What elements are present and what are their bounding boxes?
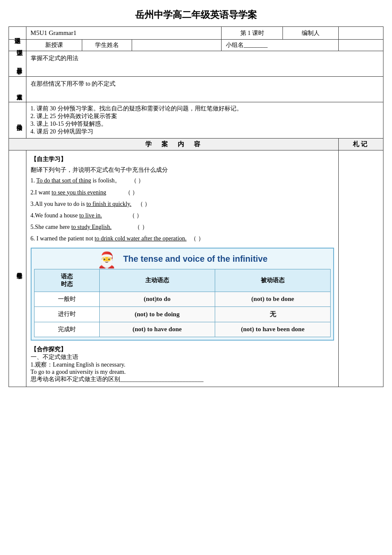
coop-item-1: To go to a good university is my dream.: [31, 369, 334, 376]
s1-after: is foolish。: [92, 177, 121, 184]
objectives-label: 学习目标: [9, 51, 26, 77]
content-header: 学 案 内 容: [9, 139, 339, 150]
s6-underline: to drink cold water after the operation.: [95, 235, 187, 242]
methods-label: 学法指导: [9, 102, 26, 139]
row-progressive: 进行时 (not) to be doing 无: [34, 306, 331, 322]
coop-item-2: 思考动名词和不定式做主语的区别_________________________…: [31, 376, 334, 383]
editor-label: 编制人: [283, 27, 339, 40]
sentence-4: 4.We found a house to live in. （ ）: [31, 210, 334, 221]
s4-num: 4.We found a house: [31, 212, 79, 219]
cooperative-section: 【合作探究】 一、不定式做主语 1.观察：Learning English is…: [31, 346, 334, 383]
s2-paren: （ ）: [125, 189, 138, 196]
course-label: 课题: [9, 27, 26, 40]
s5-underline: to study English.: [71, 224, 112, 230]
method-2: 2. 课上 25 分钟高效讨论展示答案: [31, 113, 379, 120]
coop-item-0: 1.观察：Learning English is necessary.: [31, 361, 334, 369]
type-value: 新授课: [26, 40, 82, 51]
s3-underline: to finish it quickly.: [86, 201, 132, 207]
s6-num: 6. I warned the patient not: [31, 235, 95, 242]
student-name-value: [132, 40, 222, 51]
keypoints-content: 在那些情况下用不带 to 的不定式: [26, 77, 383, 102]
sentence-2: 2.I want to see you this evening （ ）: [31, 187, 334, 198]
s2-num: 2.I want: [31, 189, 52, 196]
row-progressive-label: 进行时: [34, 306, 99, 322]
s3-paren: （ ）: [137, 201, 151, 207]
col-header-shitai: 语态 时态: [34, 269, 99, 292]
page-title: 岳州中学高二年级英语导学案: [9, 9, 383, 21]
row-perfect-label: 完成时: [34, 322, 99, 337]
group-label: 小组名________: [222, 40, 339, 51]
method-4: 4. 课后 20 分钟巩固学习: [31, 128, 379, 136]
editor-value: [339, 27, 383, 40]
methods-row: 学法指导 1. 课前 30 分钟预习学案。找出自己的疑惑和需要讨论的问题，用红笔…: [9, 102, 383, 139]
row-perfect-passive: (not) to have been done: [215, 322, 330, 337]
objectives-content: 掌握不定式的用法: [26, 51, 383, 77]
course-code: M5U1 Grammar1: [26, 27, 221, 40]
method-1: 1. 课前 30 分钟预习学案。找出自己的疑惑和需要讨论的问题，用红笔做好标记。: [31, 105, 379, 113]
type-row: 课型 新授课 学生姓名 小组名________: [9, 40, 383, 51]
infinitive-table: 语态 时态 主动语态 被动语态 一般时 (not)to do (not) to …: [34, 269, 331, 337]
content-header-row: 学 案 内 容 札记: [9, 139, 383, 150]
main-content-row: 导学过程 【自主学习】 翻译下列句子，并说明不定式在句子中充当什么成分 1. T…: [9, 150, 383, 387]
type-label: 课型: [9, 40, 26, 51]
self-study-section: 【自主学习】 翻译下列句子，并说明不定式在句子中充当什么成分 1. To do …: [31, 154, 334, 244]
zaji-content: [339, 150, 383, 387]
infinitive-header-row: 语态 时态 主动语态 被动语态: [34, 269, 331, 292]
row-general-passive: (not) to be done: [215, 292, 330, 306]
s5-paren: （ ）: [134, 224, 148, 230]
header-shitai: 时态: [61, 281, 73, 287]
header-yutai: 语态: [61, 273, 73, 280]
self-study-intro: 翻译下列句子，并说明不定式在句子中充当什么成分: [31, 165, 334, 175]
cooperative-subtitle: 一、不定式做主语: [31, 353, 334, 361]
col-header-passive: 被动语态: [215, 269, 330, 292]
s5-num: 5.She came here: [31, 224, 72, 230]
infinitive-box-title: The tense and voice of the infinitive: [123, 252, 268, 267]
methods-content: 1. 课前 30 分钟预习学案。找出自己的疑惑和需要讨论的问题，用红笔做好标记。…: [26, 102, 383, 139]
s1-underline: To do that sort of thing: [36, 177, 91, 184]
self-study-title: 【自主学习】: [31, 154, 334, 165]
row-progressive-active: (not) to be doing: [99, 306, 215, 322]
course-row: 课题 M5U1 Grammar1 第 1 课时 编制人: [9, 27, 383, 40]
objectives-row: 学习目标 掌握不定式的用法: [9, 51, 383, 77]
sentence-5: 5.She came here to study English. （ ）: [31, 222, 334, 232]
keypoints-label: 重点难点: [9, 77, 26, 102]
row-perfect-active: (not) to have done: [99, 322, 215, 337]
student-name-label: 学生姓名: [82, 40, 132, 51]
s2-underline: to see you this evening: [52, 189, 106, 196]
method-3: 3. 课上 10-15 分钟答疑解惑。: [31, 120, 379, 128]
cooperative-title: 【合作探究】: [31, 346, 334, 353]
infinitive-title-row: 🎅 The tense and voice of the infinitive: [34, 251, 331, 269]
row-general-active: (not)to do: [99, 292, 215, 306]
s1-paren: （ ）: [131, 177, 144, 184]
santa-icon: 🎅: [97, 251, 116, 269]
s6-paren: （ ）: [190, 235, 204, 242]
sentence-3: 3.All you have to do is to finish it qui…: [31, 199, 334, 209]
zaji-header: 札记: [339, 139, 383, 150]
row-progressive-passive: 无: [215, 306, 330, 322]
row-general-label: 一般时: [34, 292, 99, 306]
row-general: 一般时 (not)to do (not) to be done: [34, 292, 331, 306]
infinitive-box: 🎅 The tense and voice of the infinitive …: [31, 248, 334, 341]
col-header-active: 主动语态: [99, 269, 215, 292]
keypoints-row: 重点难点 在那些情况下用不带 to 的不定式: [9, 77, 383, 102]
main-table: 课题 M5U1 Grammar1 第 1 课时 编制人 课型 新授课 学生姓名 …: [9, 26, 383, 387]
period-label: 第 1 课时: [222, 27, 283, 40]
group-value: [339, 40, 383, 51]
sentence-1: 1. To do that sort of thing is foolish。 …: [31, 175, 334, 186]
s4-underline: to live in.: [79, 212, 102, 219]
guide-label: 导学过程: [9, 150, 26, 387]
s3-num: 3.All you have to do is: [31, 201, 86, 207]
s1-num: 1.: [31, 177, 35, 184]
s4-paren: （ ）: [129, 212, 143, 219]
sentence-6: 6. I warned the patient not to drink col…: [31, 233, 334, 244]
row-perfect: 完成时 (not) to have done (not) to have bee…: [34, 322, 331, 337]
main-content-cell: 【自主学习】 翻译下列句子，并说明不定式在句子中充当什么成分 1. To do …: [26, 150, 339, 387]
